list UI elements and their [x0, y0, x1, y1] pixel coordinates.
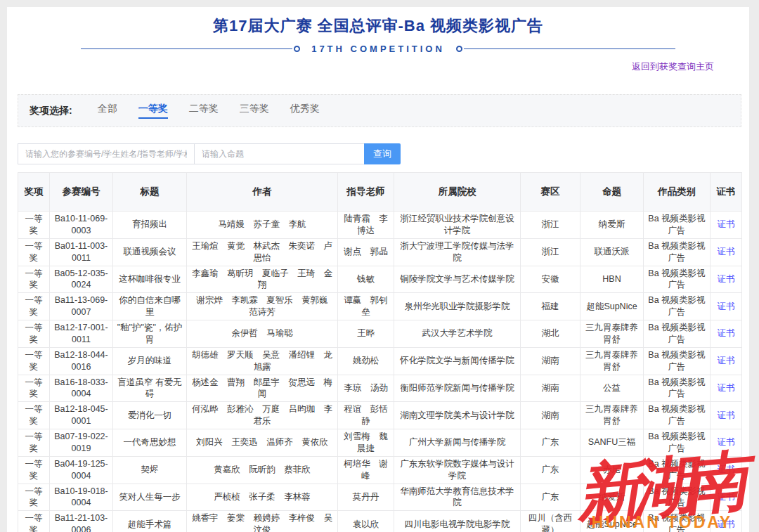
table-cell: 铜陵学院文学与艺术传媒学院 [394, 266, 521, 293]
table-cell: 浙江经贸职业技术学院创意设计学院 [394, 212, 521, 239]
table-cell: 三九胃泰牌养胃舒 [580, 320, 644, 348]
column-header: 命题 [580, 173, 644, 212]
table-cell: Ba 视频类影视广告 [644, 212, 711, 239]
table-cell: 三九胃泰牌养胃舒 [580, 402, 644, 429]
column-header: 指导老师 [338, 173, 394, 212]
table-cell: 一等奖 [18, 266, 50, 293]
table-cell: 黄嘉欣 阮昕韵 蔡菲欣 [187, 456, 338, 484]
table-cell: 泉州华光职业学院摄影学院 [394, 293, 521, 320]
table-cell: Ba05-12-035-0024 [50, 266, 113, 293]
certificate-link[interactable]: 证书 [718, 356, 735, 365]
table-cell: 程谊 彭恬静 [338, 402, 394, 429]
table-cell: Ba07-19-022-0019 [50, 429, 113, 457]
award-filter-bar: 奖项选择: 全部一等奖二等奖三等奖优秀奖 [18, 94, 741, 127]
table-row: 一等奖Ba10-19-018-0004笑对人生每一步严桢桢 张子柔 李林蓉莫丹丹… [18, 484, 742, 511]
table-cell: 广东 [521, 456, 580, 484]
keyword-search-input[interactable] [18, 143, 195, 164]
table-cell: 契烬 [113, 456, 187, 484]
subtitle: 17TH COMPETITION [311, 44, 445, 54]
award-tab[interactable]: 优秀奖 [290, 103, 320, 119]
table-row: 一等奖Ba04-19-125-0004契烬黄嘉欣 阮昕韵 蔡菲欣柯培华 谢峰广东… [18, 456, 742, 484]
table-cell: 联通沃派 [580, 238, 644, 266]
table-cell: 湖南 [521, 375, 580, 402]
table-cell: 这杯咖啡很专业 [113, 266, 187, 293]
table-cell: HBN [580, 266, 644, 293]
table-cell: 你的自信来自哪里 [113, 293, 187, 320]
column-header: 参赛编号 [50, 173, 113, 212]
table-cell: Ba 视频类影视广告 [644, 293, 711, 320]
table-cell: 一等奖 [18, 212, 50, 239]
certificate-link[interactable]: 证书 [718, 437, 735, 447]
table-cell: 超能SupNice [580, 293, 644, 320]
table-cell: 福建 [521, 293, 580, 320]
subtitle-divider: 17TH COMPETITION [81, 44, 675, 54]
award-tab[interactable]: 一等奖 [138, 103, 168, 119]
table-cell: 袁以欣 [338, 511, 394, 532]
table-row: 一等奖Ba11-21-103-0006超能手术篇姚香宇 姜棠 赖娉婷 李梓俊 吴… [18, 511, 742, 532]
certificate-link[interactable]: 证书 [718, 410, 735, 420]
table-cell: Ba12-18-045-0001 [50, 402, 113, 429]
certificate-link[interactable]: 证书 [718, 465, 735, 474]
certificate-cell: 证书 [711, 293, 742, 320]
table-header-row: 奖项参赛编号标题作者指导老师所属院校赛区命题作品类别证书 [18, 173, 742, 212]
certificate-link[interactable]: 证书 [718, 274, 735, 284]
table-cell: 一代奇思妙想 [113, 429, 187, 457]
certificate-link[interactable]: 证书 [718, 328, 735, 338]
table-cell: Ba11-13-069-0007 [50, 293, 113, 320]
table-cell: 四川（含西藏） [521, 511, 580, 532]
award-tab[interactable]: 二等奖 [189, 103, 219, 119]
table-cell: 谢点 郭晶 [338, 238, 394, 266]
award-table: 奖项参赛编号标题作者指导老师所属院校赛区命题作品类别证书 一等奖Ba10-11-… [18, 172, 742, 532]
table-cell: 湖北 [521, 320, 580, 348]
certificate-link[interactable]: 证书 [718, 519, 735, 529]
certificate-link[interactable]: 证书 [718, 219, 735, 229]
table-body: 一等奖Ba10-11-069-0003育招频出马靖嫚 苏子童 李航陆青霜 李博达… [18, 212, 742, 532]
table-cell: 浙江 [521, 238, 580, 266]
table-cell: Ba 视频类影视广告 [644, 238, 711, 266]
table-cell: 姚香宇 姜棠 赖娉婷 李梓俊 吴汶俊 [187, 511, 338, 532]
table-cell: Ba10-11-069-0003 [50, 212, 113, 239]
certificate-link[interactable]: 证书 [718, 492, 735, 502]
table-cell: 李琼 汤劲 [338, 375, 394, 402]
table-cell: Ba 视频类影视广告 [644, 402, 711, 429]
column-header: 所属院校 [394, 173, 521, 212]
table-cell: 谭赢 郭钊垒 [338, 293, 394, 320]
table-row: 一等奖Ba07-19-022-0019一代奇思妙想刘阳兴 王奕迅 温师齐 黄依欣… [18, 429, 742, 457]
table-cell: Ba 视频类影视广告 [644, 511, 711, 532]
table-cell: 一等奖 [18, 402, 50, 429]
table-cell: 武汉大学艺术学院 [394, 320, 521, 348]
certificate-cell: 证书 [711, 456, 742, 484]
table-cell: Ba10-19-018-0004 [50, 484, 113, 511]
content-card: 第17届大广赛 全国总评审-Ba 视频类影视广告 17TH COMPETITIO… [7, 7, 749, 532]
table-cell: 盲道虽窄 有爱无碍 [113, 375, 187, 402]
table-cell: 陆青霜 李博达 [338, 212, 394, 239]
award-tab[interactable]: 三等奖 [240, 103, 269, 119]
award-tab[interactable]: 全部 [98, 103, 117, 119]
search-button[interactable]: 查询 [364, 143, 401, 164]
table-cell: Ba 视频类影视广告 [644, 375, 711, 402]
certificate-link[interactable]: 证书 [718, 247, 735, 257]
table-cell: 纳爱斯 [580, 484, 644, 511]
table-cell: Ba04-19-125-0004 [50, 456, 113, 484]
table-cell: 笑对人生每一步 [113, 484, 187, 511]
table-cell: 岁月的味道 [113, 347, 187, 375]
table-cell: 一等奖 [18, 484, 50, 511]
filter-tabs: 全部一等奖二等奖三等奖优秀奖 [98, 103, 320, 119]
table-cell: 浙江 [521, 212, 580, 239]
table-cell: 一等奖 [18, 511, 50, 532]
certificate-link[interactable]: 证书 [718, 301, 735, 311]
certificate-cell: 证书 [711, 511, 742, 532]
back-link[interactable]: 返回到获奖查询主页 [632, 61, 714, 72]
table-cell: 湖南 [521, 402, 580, 429]
table-cell: Ba 视频类影视广告 [644, 320, 711, 348]
table-cell: Ba 视频类影视广告 [644, 266, 711, 293]
table-cell: 莫丹丹 [338, 484, 394, 511]
divider-ring-right [456, 46, 462, 52]
certificate-link[interactable]: 证书 [718, 383, 735, 393]
table-cell: 一等奖 [18, 320, 50, 348]
certificate-cell: 证书 [711, 266, 742, 293]
table-cell: 杨述金 曹翔 郎星宇 贺思远 梅闻 [187, 375, 338, 402]
table-cell: 怀化学院文学与新闻传播学院 [394, 347, 521, 375]
table-cell: 马靖嫚 苏子童 李航 [187, 212, 338, 239]
topic-search-input[interactable] [194, 143, 365, 164]
